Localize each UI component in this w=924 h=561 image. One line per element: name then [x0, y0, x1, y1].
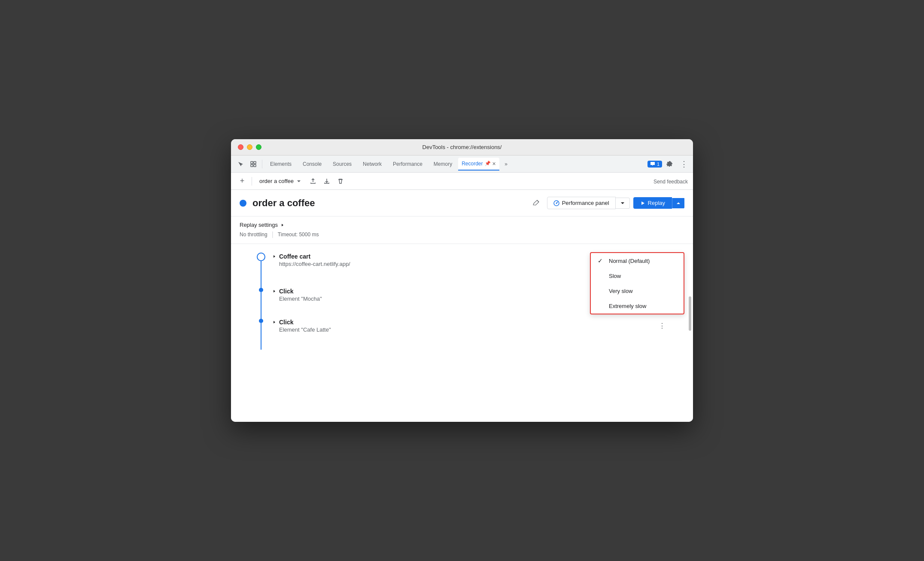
export-btn[interactable]	[307, 175, 319, 187]
chevron-up-icon	[676, 201, 681, 206]
play-icon	[640, 201, 645, 206]
step-title-mocha: Click	[279, 288, 293, 295]
more-options-btn[interactable]: ⋮	[678, 158, 690, 170]
tab-separator-1	[262, 160, 262, 168]
replay-main-btn[interactable]: Replay	[633, 197, 672, 209]
speed-option-very-slow-label: Very slow	[609, 288, 677, 294]
delete-btn[interactable]	[334, 175, 346, 187]
step-dot-cafe-latte	[259, 319, 263, 323]
timeout-label: Timeout: 5000 ms	[278, 232, 319, 238]
step-vertical-line-1	[261, 261, 261, 288]
recording-dot	[240, 200, 246, 207]
recording-selector[interactable]: order a coffee	[255, 176, 305, 186]
devtools-window: DevTools - chrome://extensions/ Elements…	[231, 139, 693, 422]
traffic-lights	[238, 144, 261, 150]
speed-option-normal-label: Normal (Default)	[609, 258, 677, 264]
svg-rect-0	[251, 162, 253, 164]
import-btn[interactable]	[321, 175, 333, 187]
tab-memory[interactable]: Memory	[429, 159, 457, 170]
performance-panel-btn[interactable]: Performance panel	[547, 197, 616, 209]
settings-separator: |	[272, 231, 274, 238]
step-info-cafe-latte: Click Element "Cafe Latte"	[272, 319, 657, 333]
chevron-down-icon	[296, 179, 301, 184]
replay-settings-label: Replay settings	[240, 222, 278, 228]
more-tabs-btn[interactable]: »	[500, 158, 512, 170]
inspect-icon-btn[interactable]	[247, 158, 259, 170]
speed-option-slow-label: Slow	[609, 273, 677, 279]
chevron-right-icon: »	[505, 161, 508, 167]
step-more-btn-3[interactable]: ⋮	[657, 321, 667, 331]
step-vertical-line-3	[261, 323, 261, 350]
step-row-cafe-latte: Click Element "Cafe Latte" ⋮	[272, 319, 667, 333]
speed-option-slow[interactable]: Slow	[591, 268, 684, 284]
toolbar: + order a coffee	[231, 173, 693, 190]
settings-btn[interactable]	[664, 158, 676, 170]
speed-option-normal[interactable]: ✓ Normal (Default)	[591, 253, 684, 268]
plus-icon: +	[240, 177, 245, 186]
tabbar-right: 1 ⋮	[647, 158, 690, 170]
close-button[interactable]	[238, 144, 243, 150]
speed-option-extremely-slow-label: Extremely slow	[609, 303, 677, 309]
step-expand-icon-2[interactable]	[272, 289, 277, 293]
replay-settings-title[interactable]: Replay settings	[240, 222, 684, 228]
tab-recorder-label: Recorder	[462, 161, 483, 167]
settings-info: No throttling | Timeout: 5000 ms	[240, 231, 684, 238]
speed-dropdown: ✓ Normal (Default) Slow Very slow Extrem…	[590, 252, 684, 314]
chat-badge[interactable]: 1	[647, 161, 662, 168]
scrollbar-thumb[interactable]	[689, 296, 691, 331]
step-circle-outer	[257, 253, 265, 261]
replay-button-group: Replay	[633, 197, 684, 209]
header-right: Performance panel Replay	[547, 197, 684, 209]
tab-recorder[interactable]: Recorder 📌 ×	[458, 158, 499, 171]
chat-count: 1	[657, 162, 660, 167]
maximize-button[interactable]	[256, 144, 261, 150]
edit-recording-title-btn[interactable]	[530, 197, 542, 209]
toolbar-right: Send feedback	[653, 177, 688, 185]
step-node-mocha	[257, 288, 265, 319]
step-subtitle-cafe-latte: Element "Cafe Latte"	[272, 326, 657, 333]
vertical-dots-icon: ⋮	[680, 160, 687, 168]
step-node-cafe-latte	[257, 319, 265, 350]
speed-option-very-slow[interactable]: Very slow	[591, 284, 684, 299]
throttling-label: No throttling	[240, 232, 267, 238]
recording-header: order a coffee Performance panel	[231, 190, 693, 216]
replay-label: Replay	[648, 200, 665, 206]
svg-rect-3	[254, 165, 256, 167]
recording-title: order a coffee	[252, 198, 530, 209]
titlebar: DevTools - chrome://extensions/	[231, 139, 693, 155]
replay-dropdown-btn[interactable]	[672, 198, 684, 208]
trash-icon	[337, 178, 344, 185]
tab-elements[interactable]: Elements	[265, 159, 297, 170]
tab-sources[interactable]: Sources	[328, 159, 357, 170]
step-expand-icon-1[interactable]	[272, 254, 277, 259]
step-node-coffee-cart	[257, 253, 265, 288]
chevron-down-icon-perf	[620, 201, 625, 206]
minimize-button[interactable]	[247, 144, 252, 150]
tab-console[interactable]: Console	[298, 159, 327, 170]
step-expand-icon-3[interactable]	[272, 320, 277, 324]
performance-panel-dropdown-btn[interactable]	[616, 198, 630, 209]
performance-panel-label: Performance panel	[562, 200, 609, 206]
upload-icon	[310, 178, 316, 185]
cursor-icon	[237, 161, 243, 167]
inspect-icon	[250, 161, 256, 167]
scrollbar[interactable]	[688, 244, 691, 375]
performance-panel-group: Performance panel	[547, 197, 630, 209]
step-vertical-line-2	[261, 292, 261, 319]
tab-network[interactable]: Network	[358, 159, 387, 170]
send-feedback-link[interactable]: Send feedback	[653, 179, 688, 185]
tab-recorder-close-icon[interactable]: ×	[492, 160, 496, 167]
tab-performance[interactable]: Performance	[388, 159, 428, 170]
gear-icon	[666, 161, 673, 168]
step-title-coffee-cart: Coffee cart	[279, 253, 310, 260]
add-recording-btn[interactable]: +	[236, 175, 248, 187]
toolbar-separator	[252, 177, 252, 186]
step-dot-mocha	[259, 288, 263, 292]
performance-panel-icon	[553, 200, 559, 206]
speed-option-extremely-slow[interactable]: Extremely slow	[591, 299, 684, 314]
cursor-icon-btn[interactable]	[234, 158, 246, 170]
checkmark-icon: ✓	[598, 257, 605, 264]
chat-icon	[650, 162, 655, 167]
download-icon	[323, 178, 330, 185]
svg-point-5	[556, 202, 557, 204]
